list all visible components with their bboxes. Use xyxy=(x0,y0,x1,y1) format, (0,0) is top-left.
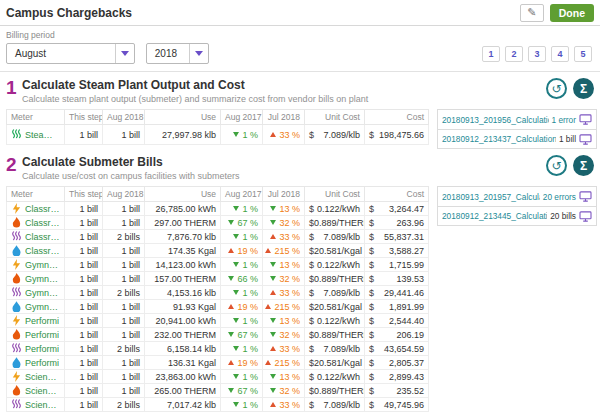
this-step-cell: 1 bill xyxy=(65,356,103,370)
meter-link[interactable]: Science L xyxy=(25,372,60,382)
this-step-cell: 1 bill xyxy=(65,384,103,398)
prior-month-change-cell: 32 % xyxy=(263,328,305,342)
prior-year-change-cell: 1 % xyxy=(221,342,263,356)
billing-year-select[interactable]: 2018 xyxy=(146,43,209,64)
meter-cell: Classroo xyxy=(7,244,65,258)
meter-link[interactable]: Gymnasi xyxy=(25,302,60,312)
recalculate-button[interactable]: ↺ xyxy=(546,78,567,99)
meter-link[interactable]: Classroo xyxy=(25,204,60,214)
header: Campus Chargebacks ✎ Done xyxy=(0,0,600,26)
currency-symbol: $ xyxy=(309,260,314,270)
this-step-cell: 1 bill xyxy=(65,398,103,412)
calculation-file-link[interactable]: 20180913_201956_Calculation... xyxy=(442,115,549,125)
billing-period-label: Billing period xyxy=(6,30,594,40)
calculation-file-list: 20180913_201957_Calculation... 20 errors… xyxy=(437,186,597,226)
column-header[interactable]: Jul 2018 xyxy=(263,110,305,125)
meter-row: Performi 1 bill 2 bills 6,158.14 klb 1 %… xyxy=(7,342,429,356)
column-header[interactable]: Cost xyxy=(365,110,429,125)
steam-plant-table: MeterThis stepAug 2018UseAug 2017Jul 201… xyxy=(6,109,429,145)
step-number: 2 xyxy=(6,155,22,175)
meter-link[interactable]: Science L xyxy=(25,386,60,396)
trend-up-icon xyxy=(265,248,271,253)
meter-row: Gymnasi 1 bill 1 bill 91.93 Kgal 19 % 21… xyxy=(7,300,429,314)
column-header[interactable]: This step xyxy=(65,187,103,202)
percent-change: 19 % xyxy=(237,302,258,312)
cost-cell: $2,805.37 xyxy=(365,356,429,370)
billing-month-select[interactable]: August xyxy=(6,43,135,64)
percent-change: 19 % xyxy=(237,246,258,256)
calculation-file-link[interactable]: 20180912_213437_Calculation... xyxy=(442,134,556,144)
summarize-button[interactable]: Σ xyxy=(573,155,594,176)
meter-cell: Classroo xyxy=(7,230,65,244)
report-monitor-icon[interactable] xyxy=(579,211,592,222)
percent-change: 33 % xyxy=(279,130,300,140)
summarize-button[interactable]: Σ xyxy=(573,78,594,99)
column-header[interactable]: This step xyxy=(65,110,103,125)
column-header[interactable]: Unit Cost xyxy=(305,110,365,125)
column-header[interactable]: Meter xyxy=(7,187,65,202)
unit-cost-cell: $0.122/kWh xyxy=(305,258,365,272)
page-button[interactable]: 1 xyxy=(482,46,500,62)
cost-cell: $55,837.31 xyxy=(365,230,429,244)
cost-cell: $2,544.40 xyxy=(365,314,429,328)
meter-link[interactable]: Classroo xyxy=(25,218,60,228)
this-step-cell: 1 bill xyxy=(65,244,103,258)
meter-link[interactable]: Performi xyxy=(25,330,59,340)
column-header[interactable]: Use xyxy=(145,110,221,125)
trend-down-icon xyxy=(228,388,234,393)
page-button[interactable]: 3 xyxy=(528,46,546,62)
unit-cost-cell: $7.089/klb xyxy=(305,342,365,356)
file-status[interactable]: 20 errors xyxy=(543,192,576,202)
column-header[interactable]: Use xyxy=(145,187,221,202)
file-status[interactable]: 1 error xyxy=(552,115,576,125)
column-header[interactable]: Cost xyxy=(365,187,429,202)
page-button[interactable]: 5 xyxy=(574,46,592,62)
use-cell: 20,941.00 kWh xyxy=(145,314,221,328)
this-step-cell: 1 bill xyxy=(65,202,103,216)
calculation-file-link[interactable]: 20180913_201957_Calculation... xyxy=(442,192,540,202)
page-button[interactable]: 2 xyxy=(505,46,523,62)
column-header[interactable]: Unit Cost xyxy=(305,187,365,202)
column-header[interactable]: Aug 2017 xyxy=(221,110,263,125)
meter-link[interactable]: Gymnasi xyxy=(25,274,60,284)
calculation-file-link[interactable]: 20180912_213445_Calculation... xyxy=(442,211,547,221)
column-header[interactable]: Aug 2018 xyxy=(103,187,145,202)
cost-cell: $198,475.66 xyxy=(365,125,429,145)
meter-link[interactable]: Science L xyxy=(25,400,60,410)
report-monitor-icon[interactable] xyxy=(579,134,592,145)
meter-link[interactable]: Performi xyxy=(25,344,59,354)
prior-year-change-cell: 1 % xyxy=(221,125,263,145)
meter-row: Gymnasi 1 bill 2 bills 4,153.16 klb 1 % … xyxy=(7,286,429,300)
meter-link[interactable]: Steam Pla xyxy=(25,130,60,140)
pencil-icon: ✎ xyxy=(527,6,536,19)
page-button[interactable]: 4 xyxy=(551,46,569,62)
prior-year-change-cell: 1 % xyxy=(221,314,263,328)
column-header[interactable]: Aug 2018 xyxy=(103,110,145,125)
meter-link[interactable]: Classroo xyxy=(25,232,60,242)
trend-down-icon xyxy=(233,346,239,351)
prior-year-change-cell: 67 % xyxy=(221,216,263,230)
percent-change: 33 % xyxy=(279,344,300,354)
meter-link[interactable]: Performi xyxy=(25,316,59,326)
percent-change: 1 % xyxy=(242,400,258,410)
column-header[interactable]: Meter xyxy=(7,110,65,125)
billing-month-value: August xyxy=(7,44,115,63)
prior-month-change-cell: 215 % xyxy=(263,244,305,258)
column-header[interactable]: Aug 2017 xyxy=(221,187,263,202)
edit-button[interactable]: ✎ xyxy=(520,4,544,22)
meter-link[interactable]: Classroo xyxy=(25,246,60,256)
column-header[interactable]: Jul 2018 xyxy=(263,187,305,202)
use-cell: 232.00 THERM xyxy=(145,328,221,342)
trend-down-icon xyxy=(270,374,276,379)
meter-link[interactable]: Performi xyxy=(25,358,59,368)
meter-link[interactable]: Gymnasi xyxy=(25,260,60,270)
meter-link[interactable]: Gymnasi xyxy=(25,288,60,298)
percent-change: 67 % xyxy=(237,330,258,340)
percent-change: 1 % xyxy=(242,130,258,140)
done-button[interactable]: Done xyxy=(550,4,594,22)
report-monitor-icon[interactable] xyxy=(579,114,592,125)
steam-meter-icon xyxy=(11,231,22,242)
recalculate-button[interactable]: ↺ xyxy=(546,155,567,176)
report-monitor-icon[interactable] xyxy=(579,191,592,202)
use-cell: 4,153.16 klb xyxy=(145,286,221,300)
